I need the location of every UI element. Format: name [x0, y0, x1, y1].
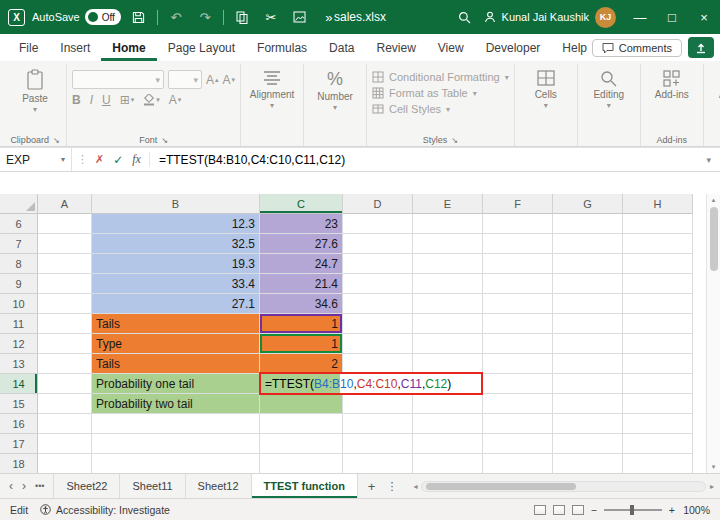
cell-C16[interactable] [260, 414, 343, 434]
cell-H7[interactable] [623, 234, 693, 254]
cell-G8[interactable] [553, 254, 623, 274]
cancel-icon[interactable]: ✗ [95, 153, 104, 166]
vertical-scrollbar[interactable]: ▴ ▾ [706, 194, 720, 473]
cell-E10[interactable] [413, 294, 483, 314]
editing-button[interactable]: Editing ▾ [583, 64, 635, 111]
analyze-data-button[interactable]: Analyze Data [709, 64, 720, 111]
font-color-button[interactable]: A▾ [169, 93, 182, 107]
cell-D11[interactable] [343, 314, 413, 334]
cell-E16[interactable] [413, 414, 483, 434]
formula-input[interactable]: =TTEST(B4:B10,C4:C10,C11,C12) [150, 153, 698, 167]
cell-H11[interactable] [623, 314, 693, 334]
column-header-H[interactable]: H [623, 194, 693, 214]
cell-H18[interactable] [623, 454, 693, 473]
cell-E17[interactable] [413, 434, 483, 454]
row-header-10[interactable]: 10 [0, 294, 38, 314]
row-header-7[interactable]: 7 [0, 234, 38, 254]
cell-D6[interactable] [343, 214, 413, 234]
scroll-up-icon[interactable]: ▴ [712, 196, 716, 204]
cell-D17[interactable] [343, 434, 413, 454]
borders-button[interactable]: ⊞▾ [120, 93, 135, 107]
horizontal-scroll-thumb[interactable] [426, 483, 576, 490]
cell-G14[interactable] [553, 374, 623, 394]
ribbon-tab-page-layout[interactable]: Page Layout [157, 34, 246, 61]
increase-font-icon[interactable]: A▴ [206, 73, 219, 87]
cell-H15[interactable] [623, 394, 693, 414]
zoom-out-icon[interactable]: − [591, 504, 597, 516]
cell-E7[interactable] [413, 234, 483, 254]
cell-F18[interactable] [483, 454, 553, 473]
ribbon-tab-review[interactable]: Review [365, 34, 426, 61]
ribbon-tab-formulas[interactable]: Formulas [246, 34, 318, 61]
horizontal-scrollbar[interactable]: ◂ ▸ [407, 474, 720, 498]
cell-F8[interactable] [483, 254, 553, 274]
cell-C15[interactable] [260, 394, 343, 414]
cell-B7[interactable]: 32.5 [92, 234, 260, 254]
ribbon-tab-view[interactable]: View [427, 34, 475, 61]
row-header-17[interactable]: 17 [0, 434, 38, 454]
cell-H17[interactable] [623, 434, 693, 454]
cell-C11[interactable]: 1 [260, 314, 343, 334]
cell-C8[interactable]: 24.7 [260, 254, 343, 274]
cell-F17[interactable] [483, 434, 553, 454]
cell-G18[interactable] [553, 454, 623, 473]
cell-G16[interactable] [553, 414, 623, 434]
add-sheet-button[interactable]: + [368, 479, 376, 494]
cell-H8[interactable] [623, 254, 693, 274]
account-chip[interactable]: Kunal Jai Kaushik KJ [476, 7, 624, 28]
cell-B9[interactable]: 33.4 [92, 274, 260, 294]
cell-A16[interactable] [38, 414, 92, 434]
bold-button[interactable]: B [72, 93, 81, 107]
row-header-16[interactable]: 16 [0, 414, 38, 434]
cell-C14[interactable]: =TTEST(B4:B10,C4:C10,C11,C12) [260, 374, 343, 394]
cell-A17[interactable] [38, 434, 92, 454]
zoom-level[interactable]: 100% [682, 504, 710, 516]
cell-E8[interactable] [413, 254, 483, 274]
cell-B14[interactable]: Probability one tail [92, 374, 260, 394]
column-header-F[interactable]: F [483, 194, 553, 214]
ribbon-tab-data[interactable]: Data [318, 34, 365, 61]
column-header-D[interactable]: D [343, 194, 413, 214]
cell-G11[interactable] [553, 314, 623, 334]
cell-B8[interactable]: 19.3 [92, 254, 260, 274]
decrease-font-icon[interactable]: A▾ [223, 73, 236, 87]
cell-H10[interactable] [623, 294, 693, 314]
column-header-G[interactable]: G [553, 194, 623, 214]
cell-styles-button[interactable]: Cell Styles▾ [372, 103, 509, 115]
undo-icon[interactable]: ↶ [165, 5, 187, 29]
cell-F9[interactable] [483, 274, 553, 294]
qat-cut-icon[interactable]: ✂ [260, 5, 282, 29]
cell-D10[interactable] [343, 294, 413, 314]
cell-E6[interactable] [413, 214, 483, 234]
sheet-options-icon[interactable]: ⋮ [386, 480, 397, 493]
active-cell-formula[interactable]: =TTEST(B4:B10,C4:C10,C11,C12) [259, 372, 483, 395]
cell-H6[interactable] [623, 214, 693, 234]
sheet-tab-sheet11[interactable]: Sheet11 [120, 474, 185, 498]
cell-G12[interactable] [553, 334, 623, 354]
ribbon-tab-insert[interactable]: Insert [49, 34, 101, 61]
cell-G6[interactable] [553, 214, 623, 234]
cell-H16[interactable] [623, 414, 693, 434]
cell-A10[interactable] [38, 294, 92, 314]
row-header-11[interactable]: 11 [0, 314, 38, 334]
search-icon[interactable] [454, 5, 476, 29]
cell-A11[interactable] [38, 314, 92, 334]
column-header-B[interactable]: B [92, 194, 260, 214]
accessibility-status[interactable]: Accessibility: Investigate [40, 504, 170, 516]
addins-button[interactable]: Add-ins [646, 64, 698, 100]
cell-B18[interactable] [92, 454, 260, 473]
cell-A14[interactable] [38, 374, 92, 394]
ribbon-tab-home[interactable]: Home [101, 34, 156, 61]
cell-C6[interactable]: 23 [260, 214, 343, 234]
cell-C18[interactable] [260, 454, 343, 473]
number-button[interactable]: % Number ▾ [309, 64, 361, 113]
row-header-8[interactable]: 8 [0, 254, 38, 274]
autosave-control[interactable]: AutoSave Off [32, 9, 121, 25]
sheet-list-icon[interactable]: ••• [35, 481, 44, 491]
cell-E9[interactable] [413, 274, 483, 294]
cell-A7[interactable] [38, 234, 92, 254]
cell-H12[interactable] [623, 334, 693, 354]
format-as-table-button[interactable]: Format as Table▾ [372, 87, 509, 99]
cell-H14[interactable] [623, 374, 693, 394]
redo-icon[interactable]: ↷ [194, 5, 216, 29]
